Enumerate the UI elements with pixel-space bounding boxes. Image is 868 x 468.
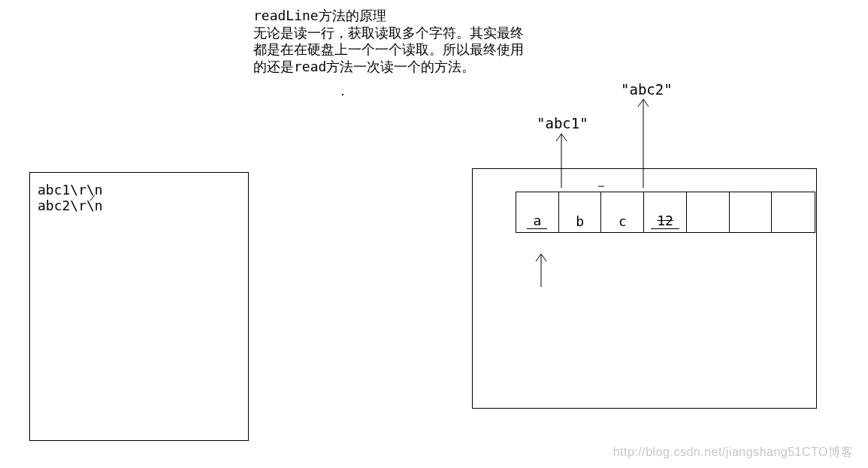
watermark: http://blog.csdn.net/jiangshang51CTO博客 bbox=[613, 445, 853, 460]
arrow-read-pointer bbox=[536, 254, 546, 287]
arrows-overlay bbox=[0, 0, 868, 468]
svg-line-4 bbox=[90, 195, 95, 201]
arrow-to-abc2 bbox=[638, 99, 649, 188]
arrow-to-abc1 bbox=[556, 134, 567, 188]
tick-left-line1 bbox=[90, 195, 95, 201]
